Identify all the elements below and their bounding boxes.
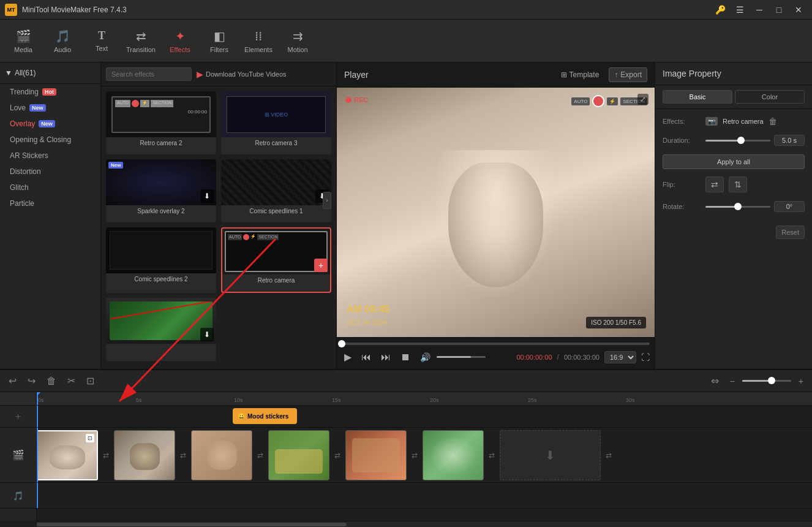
elements-icon: ⁞⁞ — [255, 29, 262, 44]
video-clip-group[interactable] — [345, 430, 407, 480]
effect-retro-camera[interactable]: AUTO ⚡ SECTION + Retro camera — [221, 227, 331, 293]
timeline-tools-left: ↩ ↪ 🗑 ✂ ⊡ — [5, 373, 98, 389]
sidebar-item-trending[interactable]: Trending Hot — [0, 84, 100, 100]
toolbar-media[interactable]: 🎬 Media — [5, 23, 42, 59]
effects-search-toolbar: ▶ Download YouTube Videos — [101, 63, 336, 86]
transition-1[interactable]: ⇄ — [98, 430, 114, 480]
step-forward-btn[interactable]: ⏭ — [378, 351, 393, 364]
effect-retro-camera-2-name: Retro camera 2 — [106, 137, 216, 149]
panel-collapse-btn[interactable]: › — [323, 192, 331, 209]
toolbar-audio[interactable]: 🎵 Audio — [44, 23, 81, 59]
template-btn[interactable]: ⊞ Template — [556, 67, 604, 82]
apply-to-all-btn[interactable]: Apply to all — [663, 154, 805, 169]
sidebar-item-particle[interactable]: Particle — [0, 195, 100, 211]
crop-btn[interactable]: ⊡ — [83, 373, 98, 389]
video-overlay-date: OCT 24 2024 — [347, 319, 387, 326]
transition-7[interactable]: ⇄ — [601, 430, 617, 480]
titlebar-menu-icon[interactable]: ☰ — [731, 3, 748, 17]
rotate-prop-row: Rotate: 0° — [663, 201, 805, 212]
tab-basic[interactable]: Basic — [663, 90, 732, 104]
titlebar-minimize-btn[interactable]: ─ — [751, 3, 768, 17]
volume-icon[interactable]: 🔊 — [418, 351, 433, 363]
video-clip-wolf[interactable]: ⊡ — [37, 430, 98, 480]
sidebar-item-glitch[interactable]: Glitch — [0, 180, 100, 195]
all-effects-toggle[interactable]: ▼ All(61) — [5, 66, 96, 80]
delete-clip-btn[interactable]: 🗑 — [43, 373, 60, 389]
play-btn[interactable]: ▶ — [342, 350, 354, 364]
effect-retro-camera-name: Retro camera — [222, 275, 330, 286]
sidebar-item-overlay[interactable]: Overlay New — [0, 116, 100, 132]
effect-comic-speedlines-1[interactable]: ⬇ Comic speedlines 1 — [221, 159, 331, 222]
scissors-btn[interactable]: ✂ — [64, 373, 79, 389]
retro-camera-add-btn[interactable]: + — [314, 259, 328, 272]
titlebar-key-icon[interactable]: 🔑 — [712, 3, 729, 17]
transition-4[interactable]: ⇄ — [329, 430, 345, 480]
duration-prop-label: Duration: — [663, 137, 705, 144]
titlebar-maximize-btn[interactable]: □ — [770, 3, 788, 17]
fit-timeline-btn[interactable]: ⇔ — [707, 373, 723, 389]
effect-retro-camera-2[interactable]: AUTO ⚡ SECTION 00:00:00 Retro camera 2 — [106, 91, 216, 154]
transition-2[interactable]: ⇄ — [175, 430, 191, 480]
flip-horizontal-btn[interactable]: ⇄ — [705, 176, 724, 192]
export-btn[interactable]: ↑ Export — [609, 67, 647, 82]
download-youtube-btn[interactable]: ▶ Download YouTube Videos — [197, 69, 287, 79]
effect-sparkle-overlay-2-name: Sparkle overlay 2 — [106, 205, 216, 217]
video-expand-btn[interactable]: ⤢ — [637, 94, 648, 105]
volume-slider[interactable] — [437, 356, 486, 358]
sidebar-item-distortion[interactable]: Distortion — [0, 164, 100, 180]
video-clip-cat[interactable] — [114, 430, 175, 480]
add-effects-track-btn[interactable]: + — [15, 411, 21, 422]
love-badge: New — [29, 104, 46, 112]
toolbar-motion[interactable]: ⇉ Motion — [279, 23, 316, 59]
overlay-extra-download-btn[interactable]: ⬇ — [200, 328, 214, 341]
sidebar-item-love[interactable]: Love New — [0, 100, 100, 116]
effect-retro-camera-3[interactable]: ⊞ VIDEO Retro camera 3 — [221, 91, 331, 154]
redo-btn[interactable]: ↪ — [24, 373, 39, 389]
effect-comic-speedlines-2-name: Comic speedlines 2 — [106, 273, 216, 285]
audio-track — [37, 483, 812, 509]
timeline-scrollbar[interactable] — [37, 521, 812, 527]
sidebar-item-ar[interactable]: AR Stickers — [0, 148, 100, 164]
rotate-slider[interactable] — [705, 206, 770, 208]
delete-effect-btn[interactable]: 🗑 — [769, 116, 777, 126]
step-back-btn[interactable]: ⏮ — [359, 351, 374, 364]
transition-3[interactable]: ⇄ — [252, 430, 268, 480]
tab-color[interactable]: Color — [735, 90, 805, 104]
duration-slider[interactable] — [705, 140, 770, 142]
stop-btn[interactable]: ⏹ — [398, 351, 413, 364]
fullscreen-btn[interactable]: ⛶ — [641, 352, 650, 362]
export-icon: ↑ — [614, 70, 618, 79]
transition-6[interactable]: ⇄ — [484, 430, 500, 480]
zoom-in-btn[interactable]: + — [795, 374, 807, 389]
video-clip-kittens[interactable] — [268, 430, 329, 480]
reset-btn[interactable]: Reset — [776, 226, 805, 239]
zoom-slider[interactable] — [742, 380, 791, 382]
toolbar-text[interactable]: T Text — [83, 23, 120, 59]
aspect-ratio-select[interactable]: 16:9 9:16 1:1 4:3 — [604, 351, 636, 363]
toolbar-filters[interactable]: ◧ Filters — [201, 23, 238, 59]
toolbar-transition[interactable]: ⇄ Transition — [122, 23, 159, 59]
video-clip-flowers[interactable] — [423, 430, 484, 480]
effects-categories-panel: ▼ All(61) Trending Hot Love New Overlay … — [0, 63, 101, 369]
toolbar-effects[interactable]: ✦ Effects — [162, 23, 198, 59]
effect-comic-speedlines-2[interactable]: Comic speedlines 2 — [106, 227, 216, 293]
effect-overlay-extra[interactable]: ⬇ — [106, 298, 216, 361]
undo-btn[interactable]: ↩ — [5, 373, 20, 389]
titlebar-close-btn[interactable]: ✕ — [790, 3, 807, 17]
effect-sparkle-overlay-2[interactable]: New ⬇ Sparkle overlay 2 — [106, 159, 216, 222]
empty-clip-slot[interactable]: ⬇ — [500, 430, 601, 480]
effect-retro-camera-3-thumb: ⊞ VIDEO — [221, 91, 331, 137]
progress-bar[interactable] — [342, 343, 650, 345]
zoom-out-btn[interactable]: − — [726, 374, 739, 389]
ruler-mark-15s: 15s — [331, 397, 429, 403]
toolbar-elements[interactable]: ⁞⁞ Elements — [240, 23, 277, 59]
transition-5[interactable]: ⇄ — [407, 430, 423, 480]
mood-sticker-clip[interactable]: 😀 Mood stickers — [233, 408, 297, 424]
search-effects-input[interactable] — [106, 67, 192, 81]
sidebar-item-opening[interactable]: Opening & Closing — [0, 132, 100, 148]
rotate-slider-fill — [705, 206, 738, 208]
video-clip-bunny[interactable] — [191, 430, 252, 480]
video-track-playhead — [37, 428, 38, 482]
sparkle-download-btn[interactable]: ⬇ — [200, 189, 214, 203]
flip-vertical-btn[interactable]: ⇅ — [729, 176, 747, 192]
